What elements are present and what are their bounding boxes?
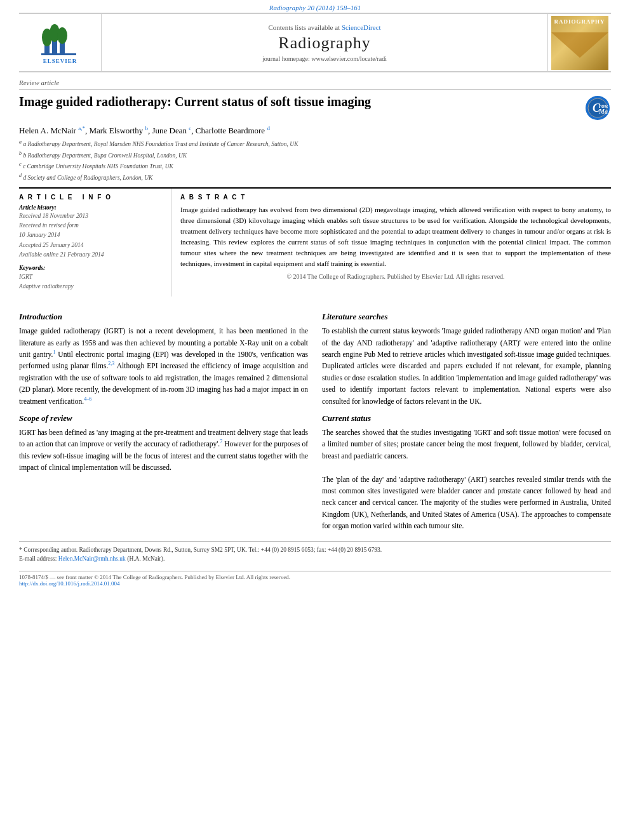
abstract-copyright: © 2014 The College of Radiographers. Pub…	[180, 273, 611, 280]
affiliation-c: c c Cambridge University Hospitals NHS F…	[19, 161, 611, 171]
footer-doi[interactable]: http://dx.doi.org/10.1016/j.radi.2014.01…	[19, 580, 611, 587]
available-date: Available online 21 February 2014	[19, 250, 163, 260]
article-type: Review article	[19, 79, 611, 90]
revised-date: Received in revised form	[19, 221, 163, 230]
body-left-column: Introduction Image guided radiotherapy (…	[19, 305, 308, 531]
article-title: Image guided radiotherapy: Current statu…	[19, 93, 579, 110]
scope-text: IGRT has been defined as 'any imaging at…	[19, 427, 308, 474]
email-note: E-mail address: Helen.McNair@rmh.nhs.uk …	[19, 554, 611, 563]
crossmark-badge: C ross Mark	[586, 96, 611, 121]
sciencedirect-link: Contents lists available at ScienceDirec…	[268, 23, 380, 31]
abstract-text: Image guided radiotherapy has evolved fr…	[180, 204, 611, 269]
current-status-heading: Current status	[322, 413, 611, 423]
corresponding-author-note: * Corresponding author. Radiotherapy Dep…	[19, 545, 611, 554]
crossmark-icon: C ross Mark	[586, 96, 610, 120]
footer-bar: 1078-8174/$ — see front matter © 2014 Th…	[19, 571, 611, 587]
journal-header: ELSEVIER Contents lists available at Sci…	[19, 13, 611, 72]
body-two-columns: Introduction Image guided radiotherapy (…	[19, 305, 611, 531]
elsevier-logo: ELSEVIER	[38, 22, 83, 64]
info-abstract-section: A R T I C L E I N F O Article history: R…	[19, 187, 611, 297]
journal-homepage: journal homepage: www.elsevier.com/locat…	[262, 55, 387, 62]
introduction-text: Image guided radiotherapy (IGRT) is not …	[19, 325, 308, 407]
elsevier-logo-container: ELSEVIER	[19, 14, 102, 71]
author-email[interactable]: Helen.McNair@rmh.nhs.uk	[58, 556, 126, 562]
introduction-heading: Introduction	[19, 312, 308, 322]
author-mcnair-sup: a,*	[78, 125, 85, 131]
keywords-list: IGRT Adaptive radiotherapy	[19, 272, 163, 291]
history-label: Article history:	[19, 204, 163, 211]
author-beardmore: Charlotte Beardmore	[196, 126, 267, 135]
journal-badge-container: radiography	[547, 14, 611, 71]
elsevier-label: ELSEVIER	[43, 58, 77, 64]
badge-label: radiography	[553, 16, 607, 26]
badge-decoration	[551, 32, 608, 58]
keywords-label: Keywords:	[19, 265, 163, 271]
article-title-row: Image guided radiotherapy: Current statu…	[19, 93, 611, 121]
journal-title: Radiography	[278, 34, 370, 53]
current-status-text: The searches showed that the studies inv…	[322, 427, 611, 532]
abstract-label: A B S T R A C T	[180, 194, 611, 201]
author-mcnair: Helen A. McNair	[19, 126, 78, 135]
svg-text:Mark: Mark	[598, 108, 608, 115]
svg-rect-6	[41, 53, 76, 55]
footer-issn: 1078-8174/$ — see front matter © 2014 Th…	[19, 574, 611, 580]
affiliation-d: d d Society and College of Radiographers…	[19, 172, 611, 182]
body-section: Introduction Image guided radiotherapy (…	[19, 305, 611, 531]
revised-date-2: 10 January 2014	[19, 230, 163, 240]
svg-rect-2	[60, 42, 65, 55]
article-dates: Received 18 November 2013 Received in re…	[19, 211, 163, 260]
footnote-section: * Corresponding author. Radiotherapy Dep…	[19, 541, 611, 564]
elsevier-tree-icon	[38, 22, 83, 57]
abstract-column: A B S T R A C T Image guided radiotherap…	[171, 189, 611, 297]
accepted-date: Accepted 25 January 2014	[19, 241, 163, 250]
affiliation-b: b b Radiotherapy Department, Bupa Cromwe…	[19, 150, 611, 160]
affiliations: a a Radiotherapy Department, Royal Marsd…	[19, 138, 611, 182]
authors-line: Helen A. McNair a,*, Mark Elsworthy b, J…	[19, 125, 611, 136]
article-info-label: A R T I C L E I N F O	[19, 194, 163, 201]
scope-heading: Scope of review	[19, 413, 308, 423]
journal-reference: Radiography 20 (2014) 158–161	[0, 0, 630, 13]
author-elsworthy: Mark Elsworthy	[89, 126, 145, 135]
keyword-adaptive: Adaptive radiotherapy	[19, 282, 163, 291]
svg-point-5	[57, 27, 67, 44]
radiography-badge: radiography	[551, 16, 608, 70]
affiliation-a: a a Radiotherapy Department, Royal Marsd…	[19, 138, 611, 149]
sciencedirect-anchor[interactable]: ScienceDirect	[342, 23, 381, 31]
author-beardmore-sup: d	[267, 125, 270, 131]
journal-header-center: Contents lists available at ScienceDirec…	[102, 14, 547, 71]
literature-heading: Literature searches	[322, 312, 611, 322]
keyword-igrt: IGRT	[19, 272, 163, 282]
author-dean: June Dean	[152, 126, 189, 135]
article-info-column: A R T I C L E I N F O Article history: R…	[19, 189, 171, 297]
article-section: Review article Image guided radiotherapy…	[19, 79, 611, 297]
received-date: Received 18 November 2013	[19, 211, 163, 221]
body-right-column: Literature searches To establish the cur…	[322, 305, 611, 531]
literature-text: To establish the current status keywords…	[322, 325, 611, 407]
